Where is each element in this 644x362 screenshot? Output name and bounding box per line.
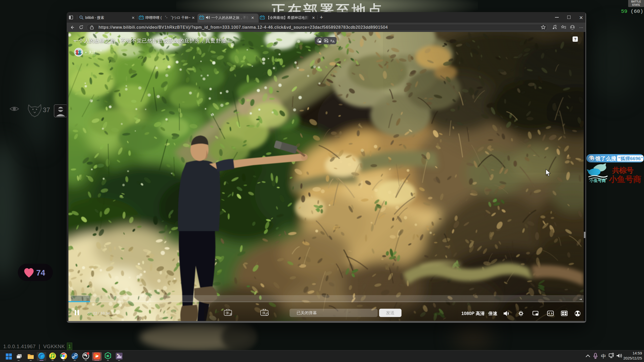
- svg-text:37: 37: [43, 106, 50, 114]
- svg-text:74: 74: [36, 268, 45, 277]
- svg-text:小鱼号商: 小鱼号商: [609, 175, 641, 184]
- svg-text:中: 中: [601, 353, 606, 359]
- svg-text:弹: 弹: [262, 311, 265, 315]
- svg-text:あ: あ: [332, 40, 335, 43]
- svg-text:弹: 弹: [226, 311, 229, 315]
- svg-text:“狐狸6696”: “狐狸6696”: [618, 156, 643, 161]
- svg-text:a: a: [330, 39, 332, 42]
- svg-text:饿了么搜: 饿了么搜: [595, 156, 616, 161]
- svg-text:共棕号: 共棕号: [612, 166, 633, 174]
- svg-text:小鱼号商: 小鱼号商: [589, 178, 606, 183]
